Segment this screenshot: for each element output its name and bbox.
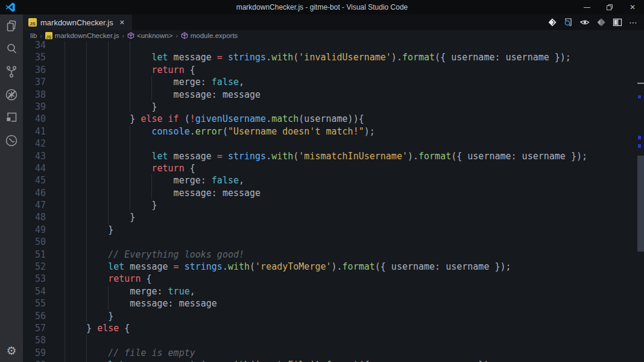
indent-guides: [65, 285, 130, 297]
preview-eye-icon[interactable]: [576, 14, 593, 30]
indent-guides: [65, 125, 151, 138]
code-line[interactable]: 55message: message: [23, 297, 637, 310]
indent-guides: [65, 187, 174, 199]
code-line[interactable]: 36return {: [23, 64, 637, 76]
code-line[interactable]: 41console.error("Username doesn't match!…: [23, 125, 637, 138]
code-line[interactable]: 43let message = strings.with('mismatchIn…: [23, 150, 637, 162]
line-number: 48: [23, 211, 46, 223]
code-line[interactable]: 57} else {: [23, 322, 637, 334]
prettier-diamond-icon[interactable]: [544, 14, 560, 30]
code-line[interactable]: 39}: [23, 101, 637, 113]
code-line[interactable]: 40} else if (!givenUsername.match(userna…: [23, 113, 637, 125]
code-line[interactable]: 38message: message: [23, 89, 637, 101]
titlebar: markdownChecker.js - gitme-bot - Visual …: [0, 0, 644, 14]
line-number: 47: [23, 199, 46, 211]
minimize-button[interactable]: [575, 0, 598, 14]
indent-guides: [65, 359, 108, 362]
explorer-icon[interactable]: [0, 14, 23, 37]
activity-bar: ⚙: [0, 14, 23, 362]
editor-actions: ⋯: [544, 14, 642, 30]
code-line[interactable]: 48}: [23, 211, 637, 223]
line-number: 46: [23, 187, 46, 199]
diamond-icon[interactable]: [593, 14, 609, 30]
indent-guides: [65, 174, 174, 186]
code-line[interactable]: 42: [23, 138, 637, 150]
gauge-icon[interactable]: [0, 129, 23, 152]
line-number: 57: [23, 322, 46, 334]
line-number: 49: [23, 224, 46, 236]
code-line[interactable]: 44return {: [23, 162, 637, 174]
window-title: markdownChecker.js - gitme-bot - Visual …: [0, 3, 644, 11]
indent-guides: [65, 249, 108, 261]
restore-button[interactable]: [598, 0, 621, 14]
line-number: 56: [23, 310, 46, 322]
code-line[interactable]: 49}: [23, 224, 637, 236]
more-actions-icon[interactable]: ⋯: [625, 14, 642, 30]
breadcrumb-item-file[interactable]: JS markdownChecker.js: [45, 32, 119, 39]
indent-guides: [65, 41, 151, 51]
overview-ruler-mark: [638, 136, 641, 139]
line-number: 59: [23, 347, 46, 359]
code-line[interactable]: 54merge: true,: [23, 285, 637, 297]
line-number: 39: [23, 101, 46, 113]
indent-guides: [65, 211, 130, 223]
namespace-icon: [181, 32, 188, 39]
debug-disabled-icon[interactable]: [0, 83, 23, 106]
breadcrumb-item-unknown[interactable]: <unknown>: [127, 32, 172, 39]
source-control-icon[interactable]: [0, 60, 23, 83]
code-line[interactable]: 35let message = strings.with('invalidUse…: [23, 51, 637, 63]
overview-ruler-mark: [638, 144, 641, 148]
code-line[interactable]: 52let message = strings.with('readyToMer…: [23, 261, 637, 273]
code-line[interactable]: 58: [23, 334, 637, 346]
tab-markdownchecker[interactable]: JS markdownChecker.js ✕: [23, 14, 132, 30]
code-line[interactable]: 47}: [23, 199, 637, 211]
line-number: 51: [23, 249, 46, 261]
code-line[interactable]: 50: [23, 236, 637, 248]
code-line[interactable]: 53return {: [23, 273, 637, 285]
indent-guides: [65, 51, 151, 63]
code-editor[interactable]: 3435let message = strings.with('invalidU…: [23, 41, 644, 362]
line-number: 60: [23, 359, 46, 362]
breadcrumb-item-lib[interactable]: lib: [30, 32, 37, 39]
code-line[interactable]: 34: [23, 41, 637, 51]
indent-guides: [65, 297, 130, 310]
search-document-icon[interactable]: [560, 14, 576, 30]
scrollbar[interactable]: [637, 41, 644, 362]
code-line[interactable]: 59// file is empty: [23, 347, 637, 359]
indent-guides: [65, 224, 108, 236]
code-line[interactable]: 37merge: false,: [23, 76, 637, 88]
window-controls: ✕: [575, 0, 644, 14]
gear-icon[interactable]: ⚙: [0, 341, 23, 360]
breadcrumb-item-module-exports[interactable]: module.exports: [181, 32, 238, 39]
line-number: 38: [23, 89, 46, 101]
split-editor-icon[interactable]: [609, 14, 625, 30]
overview-ruler-mark: [637, 83, 644, 84]
breadcrumb: lib › JS markdownChecker.js › <unknown> …: [23, 30, 644, 41]
extension-box-icon[interactable]: [0, 106, 23, 129]
js-file-icon: JS: [45, 32, 52, 39]
indent-guides: [65, 101, 151, 113]
code-line[interactable]: 60let message = strings.with('emptyFile'…: [23, 359, 637, 362]
code-content[interactable]: 3435let message = strings.with('invalidU…: [23, 41, 637, 362]
line-number: 42: [23, 138, 46, 150]
scrollbar-thumb[interactable]: [637, 156, 644, 252]
breadcrumb-separator: ›: [122, 33, 124, 39]
indent-guides: [65, 236, 108, 248]
code-line[interactable]: 56}: [23, 310, 637, 322]
tab-label: markdownChecker.js: [40, 18, 113, 27]
line-number: 35: [23, 51, 46, 63]
line-number: 55: [23, 297, 46, 310]
code-line[interactable]: 46message: message: [23, 187, 637, 199]
indent-guides: [65, 150, 151, 162]
line-number: 53: [23, 273, 46, 285]
close-button[interactable]: ✕: [621, 0, 644, 14]
tab-close-icon[interactable]: ✕: [118, 19, 126, 27]
line-number: 43: [23, 150, 46, 162]
indent-guides: [65, 322, 86, 334]
indent-guides: [65, 89, 174, 101]
line-number: 58: [23, 334, 46, 346]
close-icon: ✕: [630, 4, 636, 11]
code-line[interactable]: 51// Everything looks good!: [23, 249, 637, 261]
search-icon[interactable]: [0, 37, 23, 60]
code-line[interactable]: 45merge: false,: [23, 174, 637, 186]
